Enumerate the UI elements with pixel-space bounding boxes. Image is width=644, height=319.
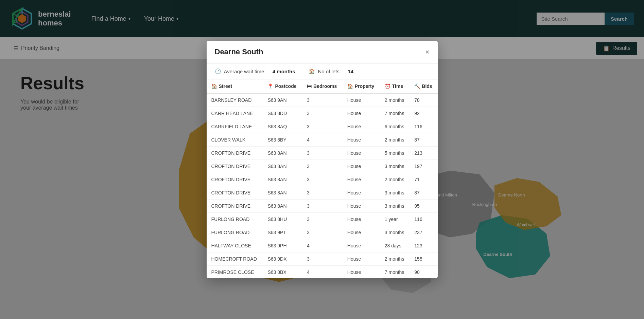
cell-property: House <box>343 200 380 213</box>
table-row: BARNSLEY ROADS63 9AN3House2 months78 <box>207 93 438 107</box>
cell-postcode: S63 8AN <box>263 160 302 173</box>
cell-time: 5 months <box>380 147 410 160</box>
cell-bids: 197 <box>410 160 437 173</box>
cell-bids: 95 <box>410 200 437 213</box>
cell-time: 2 months <box>380 133 410 147</box>
cell-bedrooms: 3 <box>302 120 343 133</box>
cell-property: House <box>343 120 380 133</box>
table-row: CROFTON DRIVES63 8AN3House5 months213 <box>207 147 438 160</box>
cell-postcode: S63 8HU <box>263 213 302 226</box>
cell-street: CARRFIELD LANE <box>207 120 263 133</box>
cell-bids: 213 <box>410 147 437 160</box>
cell-street: CROFTON DRIVE <box>207 160 263 173</box>
table-row: HALFWAY CLOSES63 9PH4House28 days123 <box>207 239 438 252</box>
cell-property: House <box>343 133 380 147</box>
house-icon: 🏠 <box>309 68 315 74</box>
modal-overlay: Dearne South × 🕐 Average wait time: 4 mo… <box>0 0 644 319</box>
cell-time: 3 months <box>380 226 410 239</box>
cell-bedrooms: 4 <box>302 239 343 252</box>
cell-postcode: S63 8AN <box>263 200 302 213</box>
cell-time: 3 months <box>380 200 410 213</box>
cell-street: CROFTON DRIVE <box>207 147 263 160</box>
cell-property: House <box>343 186 380 200</box>
cell-postcode: S63 8AN <box>263 147 302 160</box>
table-row: FURLONG ROADS63 8HU3House1 year116 <box>207 213 438 226</box>
cell-bids: 87 <box>410 133 437 147</box>
cell-time: 28 days <box>380 239 410 252</box>
cell-property: House <box>343 226 380 239</box>
table-header-row: 🏠Street 📍Postcode 🛏Bedrooms 🏠Property ⏰T… <box>207 79 438 93</box>
cell-postcode: S63 9AN <box>263 93 302 107</box>
cell-street: HOMECROFT ROAD <box>207 252 263 266</box>
cell-property: House <box>343 213 380 226</box>
cell-postcode: S63 8AN <box>263 186 302 200</box>
cell-bids: 116 <box>410 213 437 226</box>
table-row: CROFTON DRIVES63 8AN3House2 months71 <box>207 173 438 186</box>
cell-property: House <box>343 107 380 120</box>
cell-bids: 116 <box>410 120 437 133</box>
cell-time: 2 months <box>380 173 410 186</box>
cell-property: House <box>343 160 380 173</box>
cell-bedrooms: 3 <box>302 93 343 107</box>
cell-bids: 90 <box>410 266 437 279</box>
cell-time: 7 months <box>380 107 410 120</box>
cell-property: House <box>343 173 380 186</box>
properties-table: 🏠Street 📍Postcode 🛏Bedrooms 🏠Property ⏰T… <box>207 79 438 278</box>
cell-bids: 71 <box>410 173 437 186</box>
cell-bids: 87 <box>410 186 437 200</box>
col-time: ⏰Time <box>380 79 410 93</box>
cell-bedrooms: 3 <box>302 173 343 186</box>
cell-street: CLOVER WALK <box>207 133 263 147</box>
cell-postcode: S63 8AQ <box>263 120 302 133</box>
cell-bids: 155 <box>410 252 437 266</box>
cell-bedrooms: 3 <box>302 252 343 266</box>
table-body: BARNSLEY ROADS63 9AN3House2 months78CARR… <box>207 93 438 278</box>
clock-icon: 🕐 <box>215 68 221 74</box>
cell-time: 7 months <box>380 266 410 279</box>
table-row: CROFTON DRIVES63 8AN3House3 months95 <box>207 200 438 213</box>
table-row: PRIMROSE CLOSES63 8BX4House7 months90 <box>207 266 438 279</box>
modal-header: Dearne South × <box>207 41 438 63</box>
cell-property: House <box>343 252 380 266</box>
cell-street: CROFTON DRIVE <box>207 173 263 186</box>
cell-bedrooms: 3 <box>302 226 343 239</box>
cell-bids: 78 <box>410 93 437 107</box>
cell-postcode: S63 8BX <box>263 266 302 279</box>
modal-close-button[interactable]: × <box>425 49 430 55</box>
table-row: CROFTON DRIVES63 8AN3House3 months197 <box>207 160 438 173</box>
cell-postcode: S63 9PH <box>263 239 302 252</box>
table-row: HOMECROFT ROADS63 9DX3House2 months155 <box>207 252 438 266</box>
modal-avg-wait: 🕐 Average wait time: 4 months <box>215 68 295 74</box>
cell-property: House <box>343 266 380 279</box>
cell-postcode: S63 9DX <box>263 252 302 266</box>
cell-bedrooms: 3 <box>302 160 343 173</box>
cell-time: 2 months <box>380 93 410 107</box>
cell-postcode: S63 8BY <box>263 133 302 147</box>
cell-bedrooms: 4 <box>302 266 343 279</box>
col-bedrooms: 🛏Bedrooms <box>302 79 343 93</box>
modal-no-of-lets: 🏠 No of lets: 14 <box>309 68 353 74</box>
cell-time: 3 months <box>380 186 410 200</box>
col-postcode: 📍Postcode <box>263 79 302 93</box>
cell-time: 6 months <box>380 120 410 133</box>
cell-street: FURLONG ROAD <box>207 226 263 239</box>
cell-street: CROFTON DRIVE <box>207 200 263 213</box>
cell-bedrooms: 3 <box>302 147 343 160</box>
cell-postcode: S63 8AN <box>263 173 302 186</box>
cell-street: CARR HEAD LANE <box>207 107 263 120</box>
cell-bedrooms: 3 <box>302 107 343 120</box>
cell-time: 3 months <box>380 160 410 173</box>
cell-bids: 237 <box>410 226 437 239</box>
cell-time: 2 months <box>380 252 410 266</box>
table-row: CARRFIELD LANES63 8AQ3House6 months116 <box>207 120 438 133</box>
cell-bedrooms: 4 <box>302 133 343 147</box>
cell-street: FURLONG ROAD <box>207 213 263 226</box>
col-bids: 🔨Bids <box>410 79 437 93</box>
cell-street: PRIMROSE CLOSE <box>207 266 263 279</box>
cell-bedrooms: 3 <box>302 200 343 213</box>
cell-postcode: S63 8DD <box>263 107 302 120</box>
cell-time: 1 year <box>380 213 410 226</box>
cell-property: House <box>343 93 380 107</box>
modal-stats: 🕐 Average wait time: 4 months 🏠 No of le… <box>207 63 438 79</box>
table-row: CLOVER WALKS63 8BY4House2 months87 <box>207 133 438 147</box>
